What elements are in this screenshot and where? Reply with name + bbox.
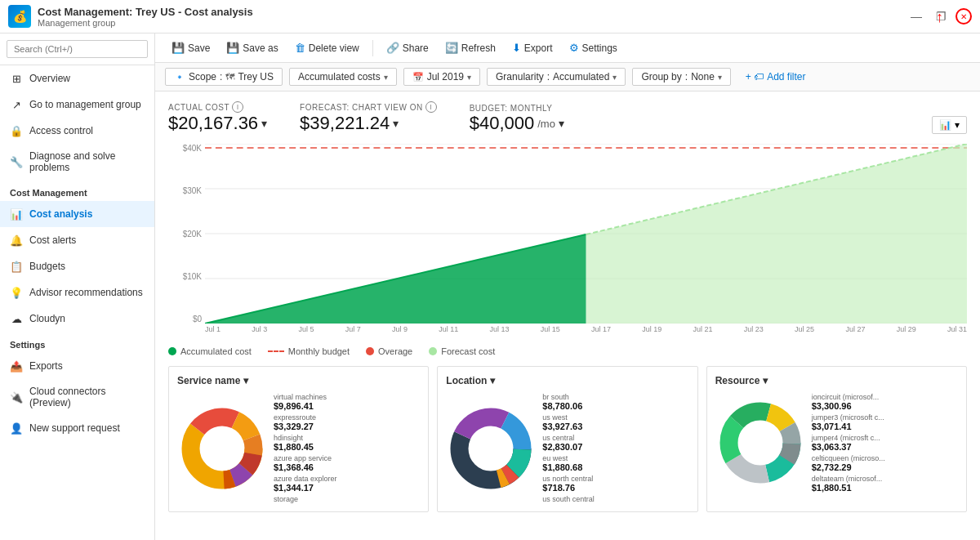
sidebar-nav-group-cost: 📊 Cost analysis 🔔 Cost alerts 📋 Budgets …	[0, 201, 154, 332]
resource-pie-title[interactable]: Resource ▾	[715, 375, 958, 386]
list-item: jumper4 (microsft c... $3,063.37	[812, 434, 958, 452]
x-label: Jul 13	[490, 325, 510, 340]
export-button[interactable]: ⬇ Export	[506, 38, 559, 57]
y-label-40k: $40K	[168, 144, 202, 153]
toolbar-separator	[372, 40, 373, 56]
advisor-icon: 💡	[10, 286, 23, 299]
title-bar-right: — ❐ ✕ ↑	[906, 7, 972, 26]
chart-x-labels: Jul 1 Jul 3 Jul 5 Jul 7 Jul 9 Jul 11 Jul…	[205, 325, 967, 340]
share-button[interactable]: 🔗 Share	[380, 38, 435, 57]
legend-label: Forecast cost	[441, 346, 495, 356]
main-chart-wrapper: $40K $30K $20K $10K $0	[168, 144, 967, 340]
location-pie-body: br south $8,780.06 us west $3,927.63 us …	[446, 393, 688, 503]
chart-type-chevron-icon: ▾	[955, 119, 960, 131]
service-donut-svg	[177, 404, 267, 493]
sidebar-nav-group-general: ⊞ Overview ↗ Go to management group 🔒 Ac…	[0, 65, 154, 180]
service-pie-chart	[177, 404, 267, 493]
location-pie-chart	[446, 404, 536, 493]
date-filter[interactable]: 📅 Jul 2019 ▾	[403, 68, 480, 86]
list-item: us central $2,830.07	[542, 434, 688, 452]
scope-map-icon: 🗺	[225, 72, 234, 82]
delete-view-button[interactable]: 🗑 Delete view	[288, 38, 366, 57]
forecast-kpi: FORECAST: CHART VIEW ON i $39,221.24 ▾	[300, 101, 437, 134]
list-item: azure app service $1,368.46	[274, 454, 420, 472]
forecast-info-icon[interactable]: i	[425, 101, 437, 113]
sidebar-item-diagnose[interactable]: 🔧 Diagnose and solve problems	[0, 144, 154, 180]
refresh-button[interactable]: 🔄 Refresh	[439, 38, 502, 57]
location-chevron-icon: ▾	[490, 375, 495, 386]
access-control-icon: 🔒	[10, 124, 23, 137]
location-donut-svg	[446, 404, 536, 493]
sidebar-item-management-group[interactable]: ↗ Go to management group	[0, 91, 154, 118]
resource-pie-body: ioncircuit (microsof... $3,300.96 jumper…	[715, 393, 958, 493]
service-pie-legend: virtual machines $9,896.41 expressroute …	[274, 393, 420, 503]
x-label: Jul 25	[795, 325, 814, 340]
cost-analysis-icon: 📊	[10, 208, 23, 221]
minimize-button[interactable]: —	[906, 7, 926, 26]
sidebar-item-label: Cloud connectors (Preview)	[29, 386, 145, 408]
service-pie-body: virtual machines $9,896.41 expressroute …	[177, 393, 420, 503]
scope-filter[interactable]: 🔹 Scope : 🗺 Trey US	[165, 68, 283, 86]
chart-type-button[interactable]: 📊 ▾	[932, 116, 967, 134]
sidebar-item-advisor[interactable]: 💡 Advisor recommendations	[0, 279, 154, 306]
sidebar-item-cost-analysis[interactable]: 📊 Cost analysis	[0, 201, 154, 227]
sidebar-item-cloud-connectors[interactable]: 🔌 Cloud connectors (Preview)	[0, 379, 154, 415]
groupby-filter[interactable]: Group by : None ▾	[632, 68, 730, 86]
sidebar-item-support[interactable]: 👤 New support request	[0, 415, 154, 441]
list-item: br south $8,780.06	[542, 393, 688, 411]
sidebar-item-label: Advisor recommendations	[29, 287, 143, 298]
settings-button[interactable]: ⚙ Settings	[563, 38, 624, 57]
x-label: Jul 5	[299, 325, 314, 340]
groupby-label: Group by	[641, 71, 681, 83]
list-item: celticqueen (microso... $2,732.29	[812, 454, 958, 472]
save-as-button[interactable]: 💾 Save as	[220, 38, 284, 57]
add-filter-button[interactable]: + 🏷 Add filter	[737, 69, 814, 85]
sidebar-item-overview[interactable]: ⊞ Overview	[0, 65, 154, 91]
granularity-filter[interactable]: Granularity : Accumulated ▾	[487, 68, 626, 86]
forecast-label: FORECAST: CHART VIEW ON i	[300, 101, 437, 113]
search-input[interactable]	[7, 40, 148, 58]
kpi-row: ACTUAL COST i $20,167.36 ▾ FORECAST: CHA…	[168, 101, 967, 134]
actual-cost-info-icon[interactable]: i	[232, 101, 243, 113]
location-pie-card: Location ▾	[437, 366, 697, 512]
y-label-30k: $30K	[168, 186, 202, 195]
granularity-label: Granularity	[496, 71, 544, 83]
legend-accumulated-cost: Accumulated cost	[168, 346, 252, 356]
chart-legend: Accumulated cost Monthly budget Overage …	[168, 346, 967, 356]
sidebar-item-access-control[interactable]: 🔒 Access control	[0, 118, 154, 144]
page-title: Cost Management: Trey US - Cost analysis	[38, 6, 253, 18]
sidebar-item-label: Exports	[29, 360, 63, 372]
view-filter[interactable]: Accumulated costs ▾	[289, 68, 397, 86]
service-chevron-icon: ▾	[243, 375, 248, 386]
save-button[interactable]: 💾 Save	[165, 38, 216, 57]
chart-section: ACTUAL COST i $20,167.36 ▾ FORECAST: CHA…	[155, 91, 980, 540]
x-label: Jul 21	[693, 325, 713, 340]
x-label: Jul 9	[392, 325, 408, 340]
close-button[interactable]: ✕	[956, 8, 972, 25]
exports-icon: 📤	[10, 359, 23, 373]
resource-donut-svg	[715, 398, 805, 488]
sidebar-item-budgets[interactable]: 📋 Budgets	[0, 253, 154, 279]
scope-value: Trey US	[238, 71, 274, 83]
legend-forecast-cost: Forecast cost	[429, 346, 495, 356]
granularity-chevron-icon: ▾	[612, 73, 617, 82]
location-pie-title[interactable]: Location ▾	[446, 375, 688, 386]
sidebar-item-cost-alerts[interactable]: 🔔 Cost alerts	[0, 227, 154, 253]
x-label: Jul 7	[345, 325, 361, 340]
cost-alerts-icon: 🔔	[10, 234, 23, 247]
x-label: Jul 11	[439, 325, 458, 340]
sidebar-item-label: Budgets	[29, 261, 65, 272]
budget-value: $40,000 /mo ▾	[470, 113, 564, 134]
service-pie-title[interactable]: Service name ▾	[177, 375, 420, 386]
chart-y-labels: $40K $30K $20K $10K $0	[168, 144, 205, 324]
refresh-icon: 🔄	[445, 42, 458, 54]
settings-section-title: Settings	[0, 332, 154, 353]
sidebar-item-exports[interactable]: 📤 Exports	[0, 353, 154, 379]
sidebar-item-label: Cost alerts	[29, 234, 76, 246]
filter-bar: 🔹 Scope : 🗺 Trey US Accumulated costs ▾ …	[155, 63, 980, 91]
sidebar-item-cloudyn[interactable]: ☁ Cloudyn	[0, 306, 154, 332]
forecast-arrow-icon: ▾	[393, 117, 399, 130]
overage-dot	[366, 347, 374, 355]
delete-icon: 🗑	[295, 42, 305, 54]
cloud-connectors-icon: 🔌	[10, 390, 23, 404]
